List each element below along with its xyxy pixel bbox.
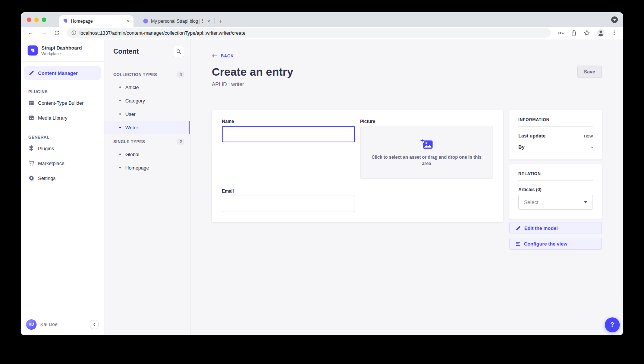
workspace-brand[interactable]: Strapi Dashboard Workplace (21, 39, 104, 62)
picture-upload-dropzone[interactable]: Click to select an asset or drag and dro… (360, 126, 493, 179)
sidebar-item-settings[interactable]: Settings (24, 171, 101, 185)
last-update-value: now (584, 133, 593, 139)
tab-search-button[interactable] (611, 16, 618, 23)
sidebar-item-label: Content-Type Builder (38, 100, 84, 106)
panel-divider (518, 180, 593, 181)
sidebar-item-label: Plugins (38, 146, 54, 151)
help-button[interactable]: ? (605, 317, 620, 332)
sidebar-section-plugins: PLUGINS (28, 89, 104, 94)
name-field-group: Name (222, 119, 355, 179)
browser-window: Homepage × My personal Strapi blog | Str… (21, 12, 623, 335)
browser-profile-avatar[interactable] (594, 29, 607, 37)
chevron-left-icon (92, 322, 96, 327)
user-avatar[interactable]: KD (26, 319, 37, 330)
collection-types-header: COLLECTION TYPES 4 (104, 67, 190, 80)
image-icon (28, 115, 34, 121)
browser-back-button[interactable]: ← (25, 29, 37, 36)
information-header: INFORMATION (518, 117, 593, 122)
save-button[interactable]: Save (577, 66, 602, 78)
bullet-icon (119, 113, 121, 115)
email-input[interactable] (222, 196, 355, 212)
page-title: Create an entry (212, 66, 293, 78)
main-sidebar: Strapi Dashboard Workplace Content Manag… (21, 39, 104, 335)
upload-hint: Click to select an asset or drag and dro… (369, 154, 484, 166)
close-tab-icon[interactable]: × (207, 18, 210, 24)
browser-refresh-button[interactable] (51, 30, 62, 36)
gear-icon (28, 175, 34, 181)
sidebar-item-content-manager[interactable]: Content Manager (24, 66, 101, 80)
last-update-label: Last update (518, 133, 546, 139)
relation-header: RELATION (518, 171, 593, 176)
email-field-group: Email (222, 189, 355, 212)
picture-field-group: Picture Click to sele (360, 119, 493, 179)
subnav-item-user[interactable]: User (104, 107, 190, 121)
configure-view-button[interactable]: Configure the view (509, 238, 602, 250)
count-badge: 2 (177, 139, 184, 145)
bullet-icon (119, 167, 121, 168)
count-badge: 4 (177, 72, 184, 77)
name-label: Name (222, 119, 355, 124)
picture-label: Picture (360, 119, 493, 124)
back-link[interactable]: BACK (212, 54, 234, 58)
caret-down-icon (584, 201, 587, 203)
group-label: SINGLE TYPES (113, 139, 145, 144)
search-icon (176, 49, 182, 54)
new-tab-button[interactable]: + (214, 15, 227, 27)
subnav-item-article[interactable]: Article (104, 80, 190, 94)
sidebar-item-label: Marketplace (38, 161, 65, 166)
bookmark-star-icon[interactable] (581, 30, 593, 36)
browser-menu-icon[interactable] (609, 30, 619, 36)
layout-icon (28, 100, 34, 106)
subnav-item-label: Category (125, 98, 145, 104)
entry-form-card: Name Picture (212, 110, 503, 222)
pen-icon (28, 70, 34, 76)
last-update-row: Last update now (518, 133, 593, 139)
meta-sidebar: INFORMATION Last update now By - RELATIO… (509, 110, 602, 250)
password-key-icon[interactable] (555, 30, 567, 36)
sidebar-footer: KD Kai Doe (21, 313, 104, 335)
information-panel: INFORMATION Last update now By - (509, 110, 602, 159)
name-input[interactable] (222, 126, 355, 142)
articles-relation-label: Articles (0) (518, 187, 593, 192)
tab-blog[interactable]: My personal Strapi blog | Strap × (139, 15, 214, 27)
share-icon[interactable] (568, 30, 579, 36)
content-subnav: Content COLLECTION TYPES 4 Article (104, 39, 191, 335)
edit-model-button[interactable]: Edit the model (509, 222, 602, 234)
chevron-down-icon (613, 19, 616, 21)
subnav-item-writer[interactable]: Writer (104, 121, 190, 134)
sidebar-item-media-library[interactable]: Media Library (24, 111, 101, 124)
zoom-window-button[interactable] (42, 18, 46, 22)
sidebar-item-plugins[interactable]: Plugins (24, 142, 101, 155)
subnav-item-global[interactable]: Global (104, 148, 190, 161)
select-value: Select (524, 199, 538, 205)
subnav-item-homepage[interactable]: Homepage (104, 161, 190, 174)
tab-homepage[interactable]: Homepage × (59, 15, 133, 27)
subnav-item-category[interactable]: Category (104, 94, 190, 107)
back-arrow-icon (212, 54, 218, 58)
subnav-item-label: Homepage (125, 165, 149, 171)
search-button[interactable] (173, 46, 184, 57)
strapi-logo (28, 45, 38, 56)
cart-icon (28, 160, 34, 166)
close-window-button[interactable] (27, 18, 31, 22)
info-icon[interactable] (71, 30, 76, 35)
sidebar-item-label: Media Library (38, 115, 67, 121)
bullet-icon (119, 100, 121, 101)
articles-select[interactable]: Select (518, 195, 593, 210)
browser-tab-bar: Homepage × My personal Strapi blog | Str… (21, 12, 623, 27)
minimize-window-button[interactable] (34, 18, 39, 22)
address-bar[interactable]: localhost:1337/admin/content-manager/col… (67, 28, 551, 38)
sidebar-item-content-type-builder[interactable]: Content-Type Builder (24, 96, 101, 110)
collapse-sidebar-button[interactable] (90, 320, 99, 329)
subnav-divider (113, 64, 122, 64)
sidebar-item-marketplace[interactable]: Marketplace (24, 156, 101, 170)
close-tab-icon[interactable]: × (127, 18, 130, 24)
by-label: By (518, 144, 525, 150)
add-image-icon (420, 138, 433, 150)
bullet-icon (119, 86, 121, 88)
strapi-app: Strapi Dashboard Workplace Content Manag… (21, 39, 623, 335)
back-label: BACK (221, 54, 234, 58)
browser-forward-button[interactable]: → (38, 29, 50, 36)
subnav-item-label: Global (125, 152, 139, 157)
workspace-title: Strapi Dashboard (41, 45, 82, 51)
